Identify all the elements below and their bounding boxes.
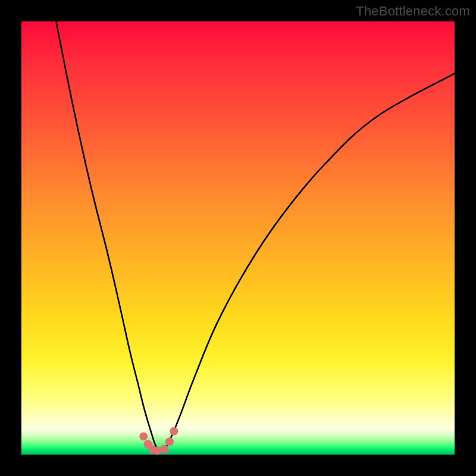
plot-area xyxy=(21,21,455,455)
marker-dot xyxy=(165,437,174,446)
bottleneck-curve xyxy=(56,21,455,452)
curve-layer xyxy=(21,21,455,455)
marker-group xyxy=(139,427,178,455)
chart-frame: TheBottleneck.com xyxy=(0,0,476,476)
marker-dot xyxy=(160,445,168,453)
watermark-text: TheBottleneck.com xyxy=(356,4,470,19)
marker-dot xyxy=(170,427,178,436)
marker-dot xyxy=(139,432,148,440)
